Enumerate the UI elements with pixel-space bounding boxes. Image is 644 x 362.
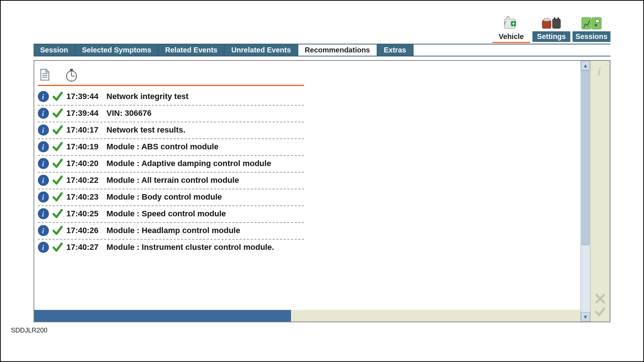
tab-selected-symptoms[interactable]: Selected Symptoms [75,44,159,56]
stopwatch-icon[interactable] [64,67,79,82]
work-area: i17:39:44Network integrity testi17:39:44… [34,60,610,322]
row-description: Module : Body control module [106,192,222,202]
svg-rect-8 [592,17,601,29]
log-list: i17:39:44Network integrity testi17:39:44… [34,89,581,310]
cancel-icon[interactable] [595,293,606,304]
row-info-icon[interactable]: i [38,208,49,219]
svg-rect-3 [544,18,550,21]
tab-related-events[interactable]: Related Events [159,44,225,56]
row-check-icon [53,192,63,202]
svg-rect-7 [582,17,591,29]
row-time: 17:40:22 [66,176,103,185]
svg-text:i: i [42,142,44,152]
row-description: Module : Headlamp control module [106,226,240,235]
nav-sessions-label: Sessions [573,31,610,42]
row-check-icon [53,125,63,135]
row-info-icon[interactable]: i [38,225,49,236]
svg-rect-11 [70,69,73,71]
row-time: 17:40:25 [66,209,103,219]
row-info-icon[interactable]: i [38,192,49,202]
scroll-up-arrow-icon[interactable]: ▲ [581,61,590,70]
row-info-icon[interactable]: i [38,91,49,102]
nav-vehicle-label: Vehicle [492,31,530,43]
log-row: i17:40:25Module : Speed control module [38,206,304,223]
nav-settings-label: Settings [532,31,570,42]
row-time: 17:40:19 [66,142,103,152]
svg-text:i: i [42,209,44,219]
horizontal-scrollbar[interactable] [34,310,581,322]
row-description: Module : Instrument cluster control modu… [106,243,274,252]
vertical-scrollbar[interactable]: ▲ ▼ [581,61,590,322]
row-info-icon[interactable]: i [38,242,49,253]
svg-rect-5 [554,17,555,20]
svg-text:i: i [42,92,44,101]
row-description: Module : All terrain control module [106,176,239,185]
svg-text:i: i [42,243,44,252]
row-check-icon [53,209,63,219]
tab-recommendations[interactable]: Recommendations [298,44,377,56]
log-row: i17:40:20Module : Adaptive damping contr… [38,156,304,173]
svg-text:i: i [42,109,44,118]
svg-text:i: i [42,226,44,235]
svg-text:i: i [42,126,44,135]
action-sidebar: i [590,61,610,322]
svg-rect-4 [552,19,560,28]
log-row: i17:40:27Module : Instrument cluster con… [38,240,304,256]
row-time: 17:40:20 [66,159,103,168]
row-check-icon [53,242,63,252]
vehicle-diagnostic-icon [500,15,523,31]
scroll-track[interactable] [581,70,590,312]
row-info-icon[interactable]: i [38,108,49,119]
nav-settings[interactable]: Settings [532,15,570,43]
row-description: VIN: 306676 [106,109,152,118]
row-check-icon [53,91,63,102]
svg-rect-9 [595,20,599,23]
row-check-icon [53,142,63,152]
row-info-icon[interactable]: i [38,141,49,152]
svg-rect-2 [542,20,551,28]
tabbar-fill [414,44,610,56]
sessions-icon [580,15,603,31]
nav-sessions[interactable]: Sessions [573,15,610,43]
row-time: 17:40:27 [66,243,103,252]
row-check-icon [53,225,63,236]
row-time: 17:39:44 [66,92,103,101]
log-row: i17:40:17Network test results. [38,122,304,139]
figure-caption: SDDJLR200 [11,327,47,334]
row-description: Module : Speed control module [106,209,226,219]
horizontal-scroll-thumb[interactable] [34,310,291,322]
row-time: 17:40:23 [66,192,103,202]
row-time: 17:40:17 [66,125,103,135]
tab-bar: Session Selected Symptoms Related Events… [34,44,610,56]
tab-extras[interactable]: Extras [377,44,414,56]
row-time: 17:39:44 [66,109,103,118]
row-info-icon[interactable]: i [38,175,49,186]
settings-toolbox-icon [540,15,563,31]
row-info-icon[interactable]: i [38,125,49,135]
row-description: Network integrity test [106,92,189,101]
log-row: i17:39:44VIN: 306676 [38,106,304,122]
row-check-icon [53,175,63,185]
log-row: i17:40:19Module : ABS control module [38,139,304,156]
svg-text:i: i [42,159,44,168]
content-header [34,61,581,84]
tab-unrelated-events[interactable]: Unrelated Events [225,44,298,56]
content-panel: i17:39:44Network integrity testi17:39:44… [34,61,581,322]
log-row: i17:40:23Module : Body control module [38,189,304,206]
scroll-thumb[interactable] [582,70,589,245]
log-row: i17:40:22Module : All terrain control mo… [38,173,304,189]
row-description: Module : Adaptive damping control module [106,159,271,168]
tab-session[interactable]: Session [34,44,75,56]
row-info-icon[interactable]: i [38,158,49,169]
confirm-icon[interactable] [595,306,606,317]
document-icon[interactable] [39,68,50,81]
row-check-icon [53,158,63,169]
section-divider [38,85,304,86]
info-icon[interactable]: i [594,65,606,78]
nav-vehicle[interactable]: Vehicle [492,15,530,43]
svg-text:i: i [42,176,44,185]
row-check-icon [53,108,63,118]
row-time: 17:40:26 [66,226,103,235]
scroll-down-arrow-icon[interactable]: ▼ [581,312,590,322]
top-nav: Vehicle Settings [34,15,610,43]
